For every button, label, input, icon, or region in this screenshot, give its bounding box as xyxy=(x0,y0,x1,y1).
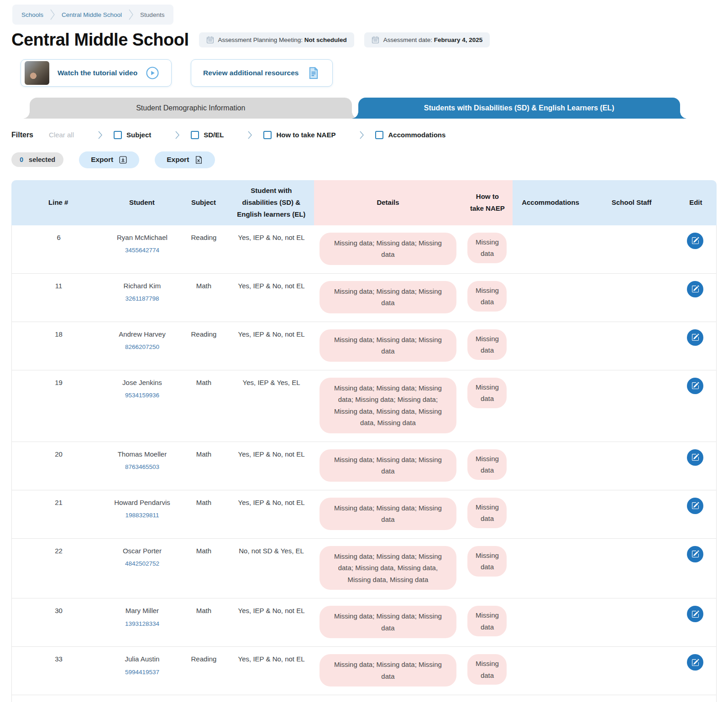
student-id-link[interactable]: 3261187798 xyxy=(110,294,174,303)
student-id-link[interactable]: 1393128334 xyxy=(110,619,174,629)
subject-filter-checkbox[interactable] xyxy=(114,131,122,139)
naep-filter-checkbox[interactable] xyxy=(263,131,272,139)
title-row: Central Middle School Assessment Plannin… xyxy=(11,31,717,49)
excel-icon xyxy=(194,156,203,164)
student-cell: Howard Pendarvis 1988329811 xyxy=(105,490,178,538)
line-number: 39 xyxy=(12,695,105,702)
student-id-link[interactable]: 3455642774 xyxy=(110,246,174,255)
filter-group-how-to-take-naep: How to take NAEP xyxy=(247,130,335,140)
video-thumbnail xyxy=(25,61,49,85)
filter-label[interactable]: How to take NAEP xyxy=(276,131,335,139)
naep-missing-data-pill: Missing data xyxy=(467,378,507,408)
edit-button[interactable] xyxy=(687,546,703,562)
edit-button[interactable] xyxy=(687,378,703,394)
edit-icon xyxy=(691,382,699,390)
school-staff-cell xyxy=(588,647,675,695)
edit-button[interactable] xyxy=(687,498,703,514)
naep-cell: Missing data xyxy=(462,695,513,702)
edit-cell xyxy=(675,442,716,490)
naep-cell: Missing data xyxy=(462,442,513,490)
chevron-right-icon xyxy=(50,9,55,21)
filter-label[interactable]: Subject xyxy=(126,131,151,139)
edit-button[interactable] xyxy=(687,606,703,622)
details-missing-data-pill: Missing data; Missing data; Missing data xyxy=(319,329,456,362)
play-icon xyxy=(146,66,159,80)
accommodations-filter-checkbox[interactable] xyxy=(375,131,383,139)
student-id-link[interactable]: 4842502752 xyxy=(110,559,174,568)
page: Schools Central Middle School Students C… xyxy=(0,0,728,702)
review-resources-button[interactable]: Review additional resources xyxy=(191,59,333,87)
edit-button[interactable] xyxy=(687,329,703,346)
student-cell: Freda Dixon 7043116308 xyxy=(105,695,178,702)
breadcrumb-students: Students xyxy=(140,11,164,18)
sd-el-filter-checkbox[interactable] xyxy=(191,131,199,139)
action-label: Watch the tutorial video xyxy=(58,69,137,77)
tab-label: Students with Disabilities (SD) & Englis… xyxy=(424,104,614,112)
tab-students-with-disabilities-el[interactable]: Students with Disabilities (SD) & Englis… xyxy=(358,98,681,119)
filters-title: Filters xyxy=(11,131,33,139)
filter-label[interactable]: Accommodations xyxy=(388,131,445,139)
line-number: 21 xyxy=(12,490,105,538)
student-cell: Ryan McMichael 3455642774 xyxy=(105,225,178,273)
column-header-subject: Subject xyxy=(178,180,229,225)
breadcrumb-central-middle-school[interactable]: Central Middle School xyxy=(62,11,122,18)
school-staff-cell xyxy=(588,598,675,646)
edit-icon xyxy=(691,550,699,558)
details-missing-data-pill: Missing data; Missing data; Missing data xyxy=(319,281,456,313)
edit-button[interactable] xyxy=(687,233,703,249)
sd-el-status-cell: Yes, IEP & No, not EL xyxy=(229,442,314,490)
filter-label[interactable]: SD/EL xyxy=(204,131,224,139)
student-id-link[interactable]: 5994419537 xyxy=(110,668,174,677)
table-row: 20 Thomas Moeller 8763465503 Math Yes, I… xyxy=(12,442,716,490)
naep-cell: Missing data xyxy=(462,274,513,322)
accommodations-cell xyxy=(513,322,588,370)
naep-missing-data-pill: Missing data xyxy=(467,329,507,360)
breadcrumb-schools[interactable]: Schools xyxy=(21,11,43,18)
filter-group-accommodations: Accommodations xyxy=(359,130,445,140)
column-header-line: Line # xyxy=(11,180,105,225)
school-staff-cell xyxy=(588,370,675,442)
tab-student-demographic-information[interactable]: Student Demographic Information xyxy=(30,98,352,119)
tabs: Student Demographic Information Students… xyxy=(30,98,680,119)
watch-tutorial-video-button[interactable]: Watch the tutorial video xyxy=(21,59,172,87)
column-header-sd-el: Student with disabilities (SD) & English… xyxy=(229,180,314,225)
action-label: Review additional resources xyxy=(203,69,299,77)
edit-cell xyxy=(675,539,716,598)
table-header: Line # Student Subject Student with disa… xyxy=(11,180,717,225)
table-row: 30 Mary Miller 1393128334 Math Yes, IEP … xyxy=(12,598,716,646)
column-header-details: Details xyxy=(314,180,462,225)
export-pdf-button[interactable]: Export xyxy=(79,151,139,168)
subject-cell: Reading xyxy=(179,647,229,695)
sd-el-status-cell: No, not SD & Yes, EL xyxy=(229,539,314,598)
edit-cell xyxy=(675,274,716,322)
edit-icon xyxy=(691,333,699,341)
student-cell: Richard Kim 3261187798 xyxy=(105,274,178,322)
subject-cell: Math xyxy=(179,274,229,322)
badge-label: Assessment Planning Meeting: xyxy=(218,36,303,43)
table-row: 21 Howard Pendarvis 1988329811 Math Yes,… xyxy=(12,490,716,538)
export-label: Export xyxy=(91,156,113,164)
edit-button[interactable] xyxy=(687,654,703,671)
export-excel-button[interactable]: Export xyxy=(155,151,215,168)
student-id-link[interactable]: 8266207250 xyxy=(110,343,174,352)
edit-icon xyxy=(691,237,699,244)
naep-cell: Missing data xyxy=(462,539,513,598)
edit-cell xyxy=(675,598,716,646)
edit-button[interactable] xyxy=(687,281,703,297)
sd-el-status-cell: Yes, IEP & No, not EL xyxy=(229,274,314,322)
subject-cell: Reading xyxy=(179,695,229,702)
badge-value: Not scheduled xyxy=(304,36,347,43)
clear-all-filters-button[interactable]: Clear all xyxy=(49,131,74,139)
edit-icon xyxy=(691,502,699,510)
details-cell: Missing data; Missing data; Missing data xyxy=(314,225,462,273)
edit-button[interactable] xyxy=(687,449,703,466)
column-header-school-staff: School Staff xyxy=(588,180,675,225)
edit-cell xyxy=(675,647,716,695)
student-id-link[interactable]: 8763465503 xyxy=(110,463,174,472)
student-id-link[interactable]: 9534159936 xyxy=(110,391,174,400)
subject-cell: Math xyxy=(179,598,229,646)
student-id-link[interactable]: 1988329811 xyxy=(110,511,174,520)
badge-label: Assessment date: xyxy=(383,36,432,43)
accommodations-cell xyxy=(513,442,588,490)
chevron-right-icon xyxy=(175,130,180,140)
